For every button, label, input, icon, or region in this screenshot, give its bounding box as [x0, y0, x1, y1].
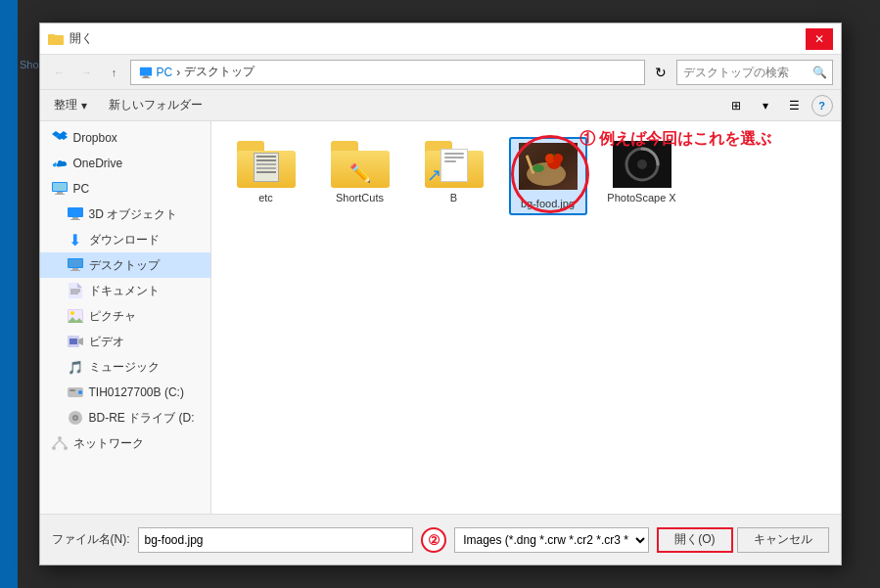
sidebar-label-onedrive: OneDrive	[73, 157, 123, 170]
bottom-bar: ファイル名(N): ② Images (*.dng *.crw *.cr2 *.…	[40, 514, 841, 565]
sidebar-item-download[interactable]: ⬇ ダウンロード	[40, 227, 210, 252]
svg-rect-4	[141, 77, 150, 78]
sidebar-label-3d: 3D オブジェクト	[89, 206, 178, 223]
filetype-select[interactable]: Images (*.dng *.crw *.cr2 *.cr3 *	[454, 527, 649, 553]
close-button[interactable]: ✕	[806, 28, 833, 50]
breadcrumb-pc[interactable]: PC	[157, 66, 173, 79]
filename-label: ファイル名(N):	[52, 531, 130, 548]
search-wrapper: 🔍	[676, 60, 833, 85]
svg-line-41	[60, 440, 66, 446]
sidebar-item-pictures[interactable]: ピクチャ	[40, 303, 210, 329]
open-button[interactable]: 開く(O)	[657, 527, 732, 553]
view-dropdown-button[interactable]: ▾	[753, 95, 778, 116]
sidebar-item-dropbox[interactable]: Dropbox	[40, 125, 210, 151]
annotation-num-2: ②	[421, 527, 446, 553]
sidebar-item-documents[interactable]: ドキュメント	[40, 278, 210, 303]
svg-point-37	[58, 436, 62, 440]
sidebar-item-desktop[interactable]: デスクトップ	[40, 252, 210, 278]
cancel-button[interactable]: キャンセル	[737, 527, 829, 553]
drive-c-icon	[68, 384, 83, 400]
up-button[interactable]: ↑	[103, 61, 126, 84]
breadcrumb-current: デスクトップ	[184, 64, 255, 80]
dialog-title: 開く	[69, 30, 93, 47]
svg-point-36	[74, 417, 76, 419]
sidebar-label-music: ミュージック	[89, 359, 160, 376]
sidebar-item-pc[interactable]: PC	[40, 176, 210, 202]
file-item-b[interactable]: ↗ B	[415, 137, 493, 215]
new-folder-label: 新しいフォルダー	[109, 97, 203, 113]
svg-rect-20	[70, 270, 80, 271]
view-options: ⊞ ▾ ☰ ?	[723, 95, 833, 116]
svg-rect-32	[69, 389, 75, 391]
sidebar-label-drive-c: TIH0127700B (C:)	[89, 385, 184, 399]
svg-point-39	[64, 446, 68, 450]
file-item-shortcuts[interactable]: ✏️ ShortCuts	[321, 137, 399, 215]
sidebar-label-dropbox: Dropbox	[73, 131, 117, 145]
sidebar-item-onedrive[interactable]: OneDrive	[40, 151, 210, 176]
action-buttons: 開く(O) キャンセル	[657, 527, 828, 553]
sidebar-item-network[interactable]: ネットワーク	[40, 430, 210, 456]
svg-point-50	[533, 164, 544, 172]
sidebar-item-videos[interactable]: ビデオ	[40, 329, 210, 354]
file-label-shortcuts: ShortCuts	[336, 192, 384, 204]
svg-rect-19	[72, 268, 78, 270]
svg-rect-13	[55, 194, 65, 195]
annotation-text-1: ① 例えば今回はこれを選ぶ	[579, 129, 814, 184]
file-item-bg-food[interactable]: bg-food.jpg ① 例えば今回はこれを選ぶ	[509, 137, 587, 215]
svg-rect-15	[72, 217, 78, 219]
svg-rect-11	[53, 183, 67, 191]
b-doc	[440, 149, 468, 182]
3d-icon	[68, 206, 83, 222]
svg-point-26	[70, 311, 74, 315]
sidebar-label-download: ダウンロード	[89, 232, 160, 249]
svg-rect-18	[69, 259, 82, 267]
open-btn-label: 開く(O)	[674, 532, 715, 546]
network-icon	[52, 435, 68, 451]
svg-rect-2	[139, 67, 151, 75]
back-button[interactable]: ←	[48, 61, 71, 84]
view-grid-button[interactable]: ⊞	[723, 95, 749, 116]
sidebar-label-network: ネットワーク	[73, 435, 144, 452]
title-bar: 開く ✕	[40, 23, 841, 55]
search-icon: 🔍	[812, 66, 827, 79]
videos-icon	[68, 334, 83, 349]
file-label-photoscape: PhotoScape X	[607, 192, 675, 204]
file-label-etc: etc	[258, 192, 273, 204]
dropbox-icon	[52, 130, 68, 146]
sidebar-label-documents: ドキュメント	[89, 283, 160, 299]
svg-rect-25	[69, 310, 82, 320]
open-dialog: 開く ✕ ← → ↑ PC › デスクトップ ↻ 🔍 整理 ▾	[39, 23, 842, 565]
main-area: Dropbox OneDrive	[40, 121, 841, 514]
action-toolbar: 整理 ▾ 新しいフォルダー ⊞ ▾ ☰ ?	[40, 90, 841, 121]
sidebar-item-drive-c[interactable]: TIH0127700B (C:)	[40, 380, 210, 405]
food-thumbnail-wrapper	[519, 143, 578, 194]
sidebar-item-3d[interactable]: 3D オブジェクト	[40, 202, 210, 227]
filename-input[interactable]	[138, 527, 414, 553]
organize-chevron: ▾	[81, 99, 87, 113]
file-label-b: B	[450, 192, 457, 204]
sidebar-item-drive-d[interactable]: BD-RE ドライブ (D:	[40, 405, 210, 430]
breadcrumb: PC › デスクトップ	[130, 60, 645, 85]
folder-icon-etc	[237, 141, 296, 188]
refresh-button[interactable]: ↻	[649, 61, 672, 84]
sidebar-item-music[interactable]: 🎵 ミュージック	[40, 354, 210, 380]
organize-button[interactable]: 整理 ▾	[48, 94, 93, 116]
music-icon: 🎵	[68, 359, 83, 375]
file-item-etc[interactable]: etc	[227, 137, 305, 215]
b-arrow-icon: ↗	[427, 164, 441, 186]
breadcrumb-sep: ›	[176, 66, 180, 79]
svg-rect-30	[69, 339, 77, 344]
sidebar-label-desktop: デスクトップ	[89, 257, 160, 274]
pc-icon	[139, 66, 153, 79]
forward-button[interactable]: →	[75, 61, 99, 84]
svg-rect-1	[48, 34, 55, 37]
search-input[interactable]	[676, 60, 833, 85]
help-button[interactable]: ?	[811, 95, 833, 116]
dialog-icon	[48, 31, 64, 47]
view-list-button[interactable]: ☰	[782, 95, 808, 116]
organize-label: 整理	[54, 97, 77, 113]
new-folder-button[interactable]: 新しいフォルダー	[101, 94, 210, 116]
onedrive-icon	[52, 156, 68, 171]
folder-icon-b: ↗	[425, 141, 484, 188]
svg-line-40	[54, 440, 60, 446]
